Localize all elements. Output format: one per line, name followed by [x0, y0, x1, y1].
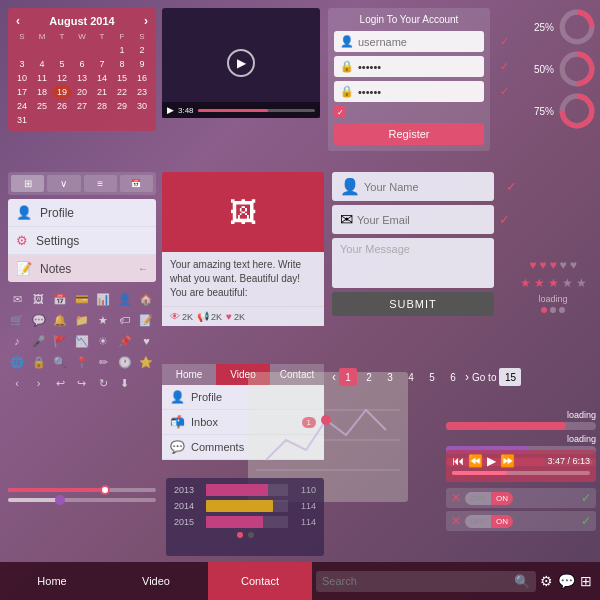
password-input-1[interactable] [358, 61, 496, 73]
cal-day-27[interactable]: 27 [72, 99, 92, 113]
bottom-nav-contact[interactable]: Contact [208, 562, 312, 600]
page-3[interactable]: 3 [381, 368, 399, 386]
submit-button[interactable]: SUBMIT [332, 292, 494, 316]
icon-image[interactable]: 🖼 [30, 290, 48, 308]
heart-3[interactable]: ♥ [549, 258, 556, 272]
star-4[interactable]: ★ [562, 276, 573, 290]
bottom-grid-icon[interactable]: ⊞ [580, 573, 592, 589]
slider-thumb-2[interactable] [55, 495, 65, 505]
menu-item-notes[interactable]: 📝 Notes ← [8, 255, 156, 282]
cal-day-18[interactable]: 18 [32, 85, 52, 99]
cal-day-22[interactable]: 22 [112, 85, 132, 99]
heart-1[interactable]: ♥ [529, 258, 536, 272]
icon-download[interactable]: ⬇ [116, 374, 134, 392]
cal-day-16[interactable]: 16 [132, 71, 152, 85]
icon-bar-chart[interactable]: 📉 [73, 332, 91, 350]
cal-day-10[interactable]: 10 [12, 71, 32, 85]
icon-user[interactable]: 👤 [116, 290, 134, 308]
cal-day-29[interactable]: 29 [112, 99, 132, 113]
icon-chat[interactable]: 💬 [30, 311, 48, 329]
cal-day-25[interactable]: 25 [32, 99, 52, 113]
icon-card[interactable]: 💳 [73, 290, 91, 308]
cal-day[interactable] [52, 43, 72, 57]
cal-day-21[interactable]: 21 [92, 85, 112, 99]
menu-item-settings[interactable]: ⚙ Settings [8, 227, 156, 255]
cal-day-7[interactable]: 7 [92, 57, 112, 71]
cal-day-14[interactable]: 14 [92, 71, 112, 85]
icon-bell[interactable]: 🔔 [51, 311, 69, 329]
mp-prev-btn[interactable]: ⏮ [452, 454, 464, 468]
icon-clock[interactable]: 🕐 [116, 353, 134, 371]
icon-lock[interactable]: 🔒 [30, 353, 48, 371]
nav-tab-extra[interactable]: 📅 [120, 175, 153, 192]
icon-flag[interactable]: 🚩 [51, 332, 69, 350]
icon-home[interactable]: 🏠 [137, 290, 155, 308]
mp-play-btn[interactable]: ▶ [487, 454, 496, 468]
cal-day[interactable] [32, 43, 52, 57]
heart-2[interactable]: ♥ [539, 258, 546, 272]
page-6[interactable]: 6 [444, 368, 462, 386]
chart-dot[interactable] [321, 415, 331, 425]
cal-next-arrow[interactable]: › [144, 14, 148, 28]
cal-day-28[interactable]: 28 [92, 99, 112, 113]
toggle-off-2[interactable]: OFF [465, 515, 491, 528]
cal-prev-arrow[interactable]: ‹ [16, 14, 20, 28]
bottom-nav-home[interactable]: Home [0, 562, 104, 600]
cal-day-5[interactable]: 5 [52, 57, 72, 71]
search-input[interactable] [322, 575, 510, 587]
page-1[interactable]: 1 [339, 368, 357, 386]
page-next-arrow[interactable]: › [465, 370, 469, 384]
cal-day-20[interactable]: 20 [72, 85, 92, 99]
search-icon[interactable]: 🔍 [514, 574, 530, 589]
page-2[interactable]: 2 [360, 368, 378, 386]
bar-dot-2[interactable] [248, 532, 254, 538]
cal-day-23[interactable]: 23 [132, 85, 152, 99]
cal-day-4[interactable]: 4 [32, 57, 52, 71]
toggle-check-2[interactable]: ✓ [581, 514, 591, 528]
mp-progress-track[interactable] [452, 471, 590, 475]
play-button[interactable]: ▶ [227, 49, 255, 77]
dot-3[interactable] [559, 307, 565, 313]
cal-day-3[interactable]: 3 [12, 57, 32, 71]
username-input[interactable] [358, 36, 496, 48]
cal-day-15[interactable]: 15 [112, 71, 132, 85]
page-prev-arrow[interactable]: ‹ [332, 370, 336, 384]
cal-day-6[interactable]: 6 [72, 57, 92, 71]
password-input-2[interactable] [358, 86, 496, 98]
mp-rewind-btn[interactable]: ⏪ [468, 454, 483, 468]
icon-tag[interactable]: 🏷 [116, 311, 134, 329]
icon-mic[interactable]: 🎤 [30, 332, 48, 350]
cal-day-26[interactable]: 26 [52, 99, 72, 113]
icon-refresh[interactable]: ↻ [94, 374, 112, 392]
toggle-on-1[interactable]: ON [491, 492, 513, 505]
bar-dot-1[interactable] [237, 532, 243, 538]
cal-day[interactable] [72, 43, 92, 57]
video-progress-track[interactable] [198, 109, 315, 112]
icon-star2[interactable]: ⭐ [137, 353, 155, 371]
star-1[interactable]: ★ [520, 276, 531, 290]
icon-prev-arrow[interactable]: ‹ [8, 374, 26, 392]
toggle-switch-2[interactable]: OFF ON [465, 515, 513, 528]
cal-day-31[interactable]: 31 [12, 113, 32, 127]
heart-4[interactable]: ♥ [560, 258, 567, 272]
icon-music[interactable]: ♪ [8, 332, 26, 350]
icon-star[interactable]: ★ [94, 311, 112, 329]
cal-day-8[interactable]: 8 [112, 57, 132, 71]
icon-note[interactable]: 📝 [137, 311, 155, 329]
message-field[interactable]: Your Message [332, 238, 494, 288]
terms-checkbox[interactable]: ✓ [334, 106, 346, 118]
icon-heart[interactable]: ♥ [137, 332, 155, 350]
name-input[interactable] [364, 181, 502, 193]
icon-pin[interactable]: 📌 [116, 332, 134, 350]
cal-day[interactable] [12, 43, 32, 57]
slider-track-1[interactable] [8, 488, 156, 492]
toggle-check-1[interactable]: ✓ [581, 491, 591, 505]
toggle-x-1[interactable]: ✕ [451, 491, 461, 505]
icon-folder[interactable]: 📁 [73, 311, 91, 329]
toggle-switch-1[interactable]: OFF ON [465, 492, 513, 505]
icon-search2[interactable]: 🔍 [51, 353, 69, 371]
icon-sun[interactable]: ☀ [94, 332, 112, 350]
star-5[interactable]: ★ [576, 276, 587, 290]
cal-day-9[interactable]: 9 [132, 57, 152, 71]
icon-next-arrow[interactable]: › [30, 374, 48, 392]
